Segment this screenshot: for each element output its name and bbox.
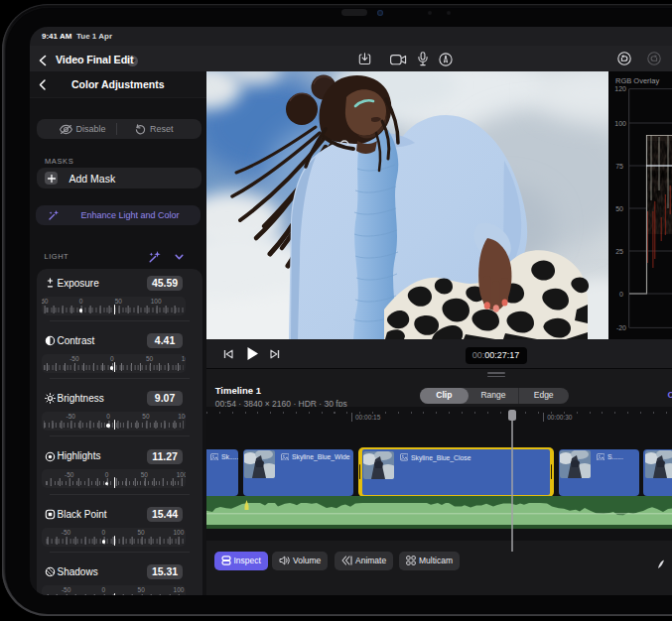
svg-text:50: 50 xyxy=(615,205,623,212)
svg-text:0: 0 xyxy=(619,291,623,298)
svg-text:RGB Overlay: RGB Overlay xyxy=(615,76,659,85)
svg-text:75: 75 xyxy=(615,163,623,170)
svg-text:25: 25 xyxy=(615,248,623,255)
svg-text:-20: -20 xyxy=(616,324,626,331)
svg-text:100: 100 xyxy=(614,120,626,127)
svg-text:120: 120 xyxy=(614,85,626,92)
